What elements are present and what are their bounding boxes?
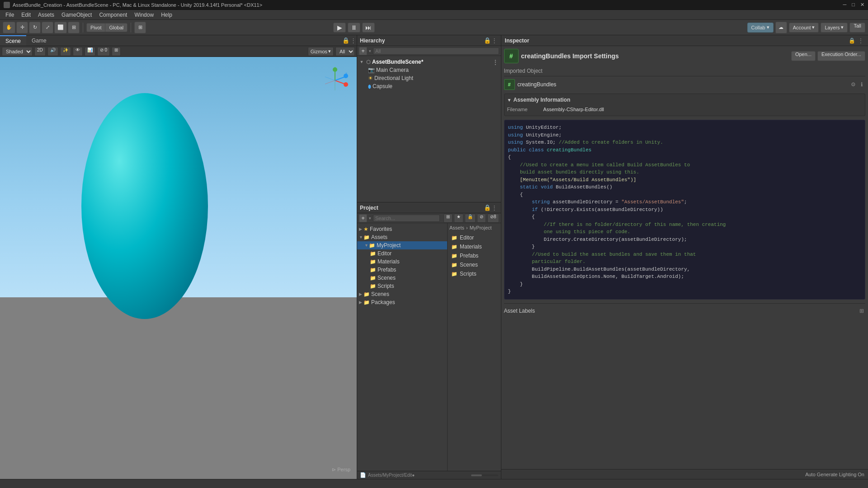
project-menu-icon[interactable]: ⋮ — [491, 204, 498, 211]
pf-prefabs[interactable]: 📁 Prefabs — [449, 251, 499, 260]
layers-btn[interactable]: Layers ▾ — [821, 23, 848, 33]
tab-game[interactable]: Game — [26, 35, 52, 46]
hierarchy-add-btn[interactable]: + — [359, 47, 367, 55]
hierarchy-search[interactable] — [373, 47, 499, 55]
menu-file[interactable]: File — [2, 11, 18, 19]
inspector-menu-icon[interactable]: ⋮ — [857, 37, 864, 44]
hand-tool-btn[interactable]: ✋ — [3, 22, 15, 33]
inspector-title: Inspector — [505, 38, 529, 44]
layout-btn[interactable]: Tall — [849, 23, 865, 33]
hierarchy-header: Hierarchy 🔒 ⋮ — [357, 35, 501, 46]
camera-name: Main Camera — [376, 67, 409, 73]
minimize-btn[interactable]: ─ — [843, 2, 847, 8]
pt-myproject[interactable]: ▼ 📁 MyProject — [357, 241, 447, 249]
pf-editor-icon: 📁 — [451, 235, 458, 241]
hierarchy-item-camera[interactable]: 📷 Main Camera — [357, 66, 501, 74]
menu-component[interactable]: Component — [95, 11, 131, 19]
execution-order-btn[interactable]: Execution Order... — [817, 51, 865, 61]
hierarchy-item-capsule[interactable]: ⬮ Capsule — [357, 82, 501, 90]
imported-settings-icon[interactable]: ⚙ — [849, 81, 857, 88]
hierarchy-scene[interactable]: ▼ ⬡ AssetBundleScene* ⋮ — [357, 58, 501, 66]
asset-labels-icon[interactable]: ⊞ — [858, 307, 865, 314]
project-add-arrow[interactable]: ▾ — [369, 216, 371, 221]
menu-assets[interactable]: Assets — [34, 11, 58, 19]
menu-bar: File Edit Assets GameObject Component Wi… — [0, 10, 868, 20]
shading-select[interactable]: Shaded — [2, 47, 33, 56]
move-tool-btn[interactable]: ✛ — [16, 22, 28, 33]
open-btn[interactable]: Open... — [791, 51, 816, 61]
project-view-btn1[interactable]: ⊞ — [443, 214, 453, 223]
project-header: Project 🔒 ⋮ — [357, 202, 501, 213]
viewport-lock-icon[interactable]: 🔒 — [342, 37, 349, 44]
cloud-btn[interactable]: ☁ — [775, 22, 787, 33]
pf-scenes[interactable]: 📁 Scenes — [449, 260, 499, 269]
account-label: Account — [793, 25, 811, 30]
pf-materials[interactable]: 📁 Materials — [449, 242, 499, 251]
step-btn[interactable]: ⏭ — [362, 23, 375, 33]
pt-assets[interactable]: ▼ 📁 Assets — [357, 233, 447, 241]
project-view-btn2[interactable]: ★ — [454, 214, 463, 223]
gizmos-btn[interactable]: Gizmos ▾ — [308, 47, 334, 56]
viewport-menu-icon[interactable]: ⋮ — [349, 37, 357, 44]
stats-btn[interactable]: 📊 — [85, 47, 95, 56]
project-view-btn4[interactable]: ⊘ — [477, 214, 486, 223]
menu-gameobject[interactable]: GameObject — [58, 11, 95, 19]
audio-btn[interactable]: 🔊 — [47, 47, 58, 56]
2d-btn[interactable]: 2D — [34, 47, 46, 56]
pt-prefabs[interactable]: 📁 Prefabs — [357, 266, 447, 274]
project-title: Project — [360, 205, 378, 211]
inspector-lock-icon[interactable]: 🔒 — [848, 37, 855, 44]
pf-editor[interactable]: 📁 Editor — [449, 233, 499, 242]
prefabs-label: Prefabs — [377, 267, 396, 273]
project-lock-icon[interactable]: 🔒 — [484, 204, 491, 211]
pt-scenes2[interactable]: ▶ 📁 Scenes — [357, 290, 447, 298]
project-add-btn[interactable]: + — [359, 214, 367, 222]
collab-arrow: ▾ — [767, 24, 769, 30]
hierarchy-add-arrow[interactable]: ▾ — [369, 49, 371, 53]
hierarchy-menu-icon[interactable]: ⋮ — [491, 37, 498, 44]
capsule-name: Capsule — [373, 83, 392, 89]
menu-window[interactable]: Window — [131, 11, 157, 19]
pt-editor[interactable]: 📁 Editor — [357, 249, 447, 258]
pt-favorites[interactable]: ▶ ★ Favorites — [357, 225, 447, 233]
layer-counter[interactable]: ⊘ 0 — [97, 47, 110, 56]
inspector-footer: Auto Generate Lighting On — [501, 469, 868, 479]
window-title: AssetBundle_Creation - AssetBundleScene … — [13, 2, 262, 8]
pf-scripts[interactable]: 📁 Scripts — [449, 269, 499, 278]
hierarchy-item-light[interactable]: ☀ Directional Light — [357, 74, 501, 82]
maximize-btn[interactable]: □ — [852, 2, 855, 8]
account-arrow: ▾ — [812, 24, 815, 30]
account-btn[interactable]: Account ▾ — [789, 23, 819, 33]
viewport-canvas[interactable]: Y X Z ⊳ Persp — [0, 57, 357, 479]
pt-packages[interactable]: ▶ 📁 Packages — [357, 298, 447, 306]
tab-scene[interactable]: Scene — [0, 35, 26, 46]
project-search[interactable] — [373, 215, 440, 222]
collab-btn[interactable]: Collab ▾ — [747, 23, 774, 33]
snap-btn[interactable]: ⊞ — [134, 22, 146, 33]
rect-tool-btn[interactable]: ⬜ — [54, 22, 67, 33]
rotate-tool-btn[interactable]: ↻ — [29, 22, 41, 33]
hidden-btn[interactable]: 👁 — [73, 47, 83, 56]
menu-edit[interactable]: Edit — [18, 11, 34, 19]
assembly-filename-row: Filename Assembly-CSharp-Editor.dll — [507, 106, 862, 113]
assembly-info-section: ▼ Assembly Information Filename Assembly… — [504, 94, 865, 116]
menu-help[interactable]: Help — [157, 11, 176, 19]
pivot-btn[interactable]: Pivot — [87, 23, 105, 32]
layers-label: Layers — [825, 25, 840, 30]
pt-materials[interactable]: 📁 Materials — [357, 258, 447, 266]
global-btn[interactable]: Global — [105, 23, 127, 32]
scene-menu-icon[interactable]: ⋮ — [492, 58, 499, 66]
all-select[interactable]: All — [335, 47, 355, 56]
hierarchy-lock-icon[interactable]: 🔒 — [484, 37, 491, 44]
close-btn[interactable]: ✕ — [860, 2, 864, 8]
project-view-btn3[interactable]: 🔒 — [465, 214, 476, 223]
multi-tool-btn[interactable]: ⊞ — [68, 22, 80, 33]
play-btn[interactable]: ▶ — [333, 23, 346, 33]
pt-scenes[interactable]: 📁 Scenes — [357, 274, 447, 282]
imported-info-icon[interactable]: ℹ — [858, 81, 865, 88]
scale-tool-btn[interactable]: ⤢ — [42, 22, 53, 33]
pt-scripts[interactable]: 📁 Scripts — [357, 282, 447, 290]
pause-btn[interactable]: ⏸ — [348, 23, 360, 33]
effects-btn[interactable]: ✨ — [60, 47, 71, 56]
transform-btn[interactable]: ⊞ — [112, 47, 121, 56]
